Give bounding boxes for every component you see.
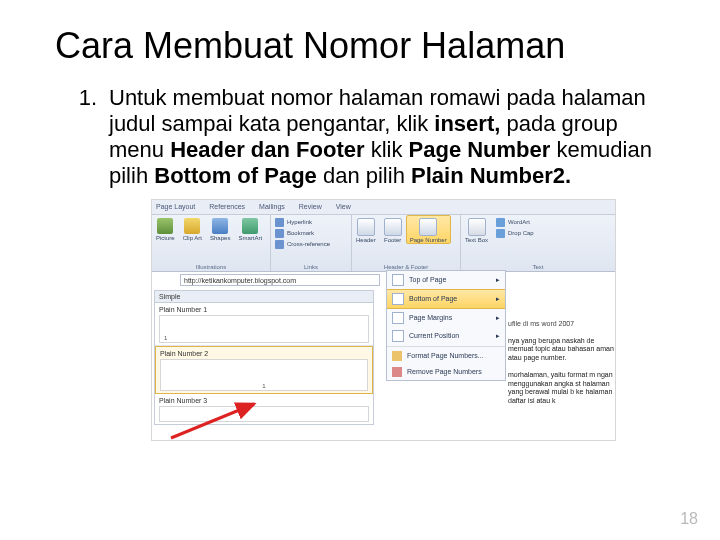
wordart-icon: [496, 218, 505, 227]
bookmark-button[interactable]: Bookmark: [271, 228, 351, 239]
tab-references[interactable]: References: [209, 203, 245, 210]
header-icon: [357, 218, 375, 236]
dropcap-button[interactable]: Drop Cap: [492, 228, 538, 239]
gallery-heading: Simple: [155, 291, 373, 303]
slide-page-number: 18: [680, 510, 698, 528]
smartart-icon: [242, 218, 258, 234]
ribbon: Picture Clip Art Shapes SmartArt Illustr…: [152, 215, 615, 272]
textbox-button[interactable]: Text Box: [461, 215, 492, 243]
dd-format-page-numbers[interactable]: Format Page Numbers...: [387, 348, 505, 364]
group-label: Illustrations: [152, 264, 270, 271]
footer-icon: [384, 218, 402, 236]
gallery-plain-number-3[interactable]: Plain Number 3: [155, 394, 373, 424]
wordart-button[interactable]: WordArt: [492, 217, 538, 228]
background-document-text: ufile di ms word 2007 nya yang berupa na…: [508, 320, 616, 406]
dd-current-position[interactable]: Current Position▸: [387, 327, 505, 345]
dd-bottom-of-page[interactable]: Bottom of Page▸: [387, 289, 505, 309]
picture-button[interactable]: Picture: [152, 215, 179, 241]
tab-mailings[interactable]: Mailings: [259, 203, 285, 210]
format-icon: [392, 351, 402, 361]
dropcap-icon: [496, 229, 505, 238]
page-number-icon: [419, 218, 437, 236]
crossref-button[interactable]: Cross-reference: [271, 239, 351, 250]
address-bar[interactable]: http://ketikankomputer.blogspot.com: [180, 274, 380, 286]
group-illustrations: Picture Clip Art Shapes SmartArt Illustr…: [152, 215, 271, 271]
page-icon: [392, 330, 404, 342]
ribbon-tabs: Page Layout References Mailings Review V…: [152, 200, 615, 215]
instruction-text: Untuk membuat nomor halaman romawi pada …: [109, 85, 665, 189]
dd-top-of-page[interactable]: Top of Page▸: [387, 271, 505, 289]
tab-page-layout[interactable]: Page Layout: [156, 203, 195, 210]
group-text: Text Box WordArt Drop Cap Text: [461, 215, 615, 271]
tab-review[interactable]: Review: [299, 203, 322, 210]
dd-page-margins[interactable]: Page Margins▸: [387, 309, 505, 327]
gallery-plain-number-2[interactable]: Plain Number 2 1: [155, 346, 373, 394]
dd-remove-page-numbers[interactable]: Remove Page Numbers: [387, 364, 505, 380]
shapes-button[interactable]: Shapes: [206, 215, 234, 241]
textbox-icon: [468, 218, 486, 236]
page-number-dropdown: Top of Page▸ Bottom of Page▸ Page Margin…: [386, 270, 506, 381]
hyperlink-icon: [275, 218, 284, 227]
page-title: Cara Membuat Nomor Halaman: [55, 25, 665, 67]
crossref-icon: [275, 240, 284, 249]
bookmark-icon: [275, 229, 284, 238]
page-number-gallery: Simple Plain Number 1 1 Plain Number 2 1…: [154, 290, 374, 425]
footer-button[interactable]: Footer: [380, 215, 406, 244]
screenshot-figure: Page Layout References Mailings Review V…: [151, 199, 616, 441]
page-icon: [392, 312, 404, 324]
picture-icon: [157, 218, 173, 234]
header-button[interactable]: Header: [352, 215, 380, 244]
remove-icon: [392, 367, 402, 377]
smartart-button[interactable]: SmartArt: [234, 215, 266, 241]
clipart-icon: [184, 218, 200, 234]
hyperlink-button[interactable]: Hyperlink: [271, 217, 351, 228]
group-header-footer: Header Footer Page Number Header & Foote…: [352, 215, 461, 271]
group-label: Links: [271, 264, 351, 271]
page-icon: [392, 293, 404, 305]
page-number-button[interactable]: Page Number: [406, 215, 451, 244]
gallery-plain-number-1[interactable]: Plain Number 1 1: [155, 303, 373, 346]
tab-view[interactable]: View: [336, 203, 351, 210]
group-links: Hyperlink Bookmark Cross-reference Links: [271, 215, 352, 271]
page-icon: [392, 274, 404, 286]
list-number: 1.: [55, 85, 109, 111]
clipart-button[interactable]: Clip Art: [179, 215, 206, 241]
instruction-item: 1. Untuk membuat nomor halaman romawi pa…: [55, 85, 665, 189]
shapes-icon: [212, 218, 228, 234]
